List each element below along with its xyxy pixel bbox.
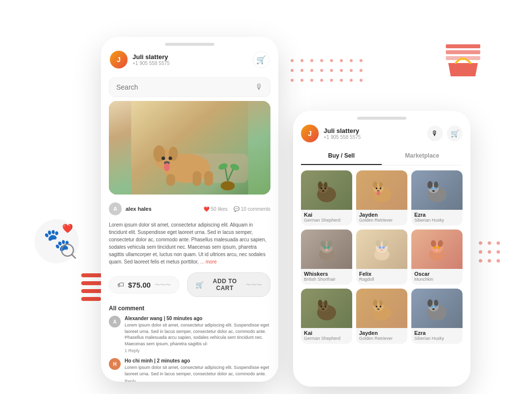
basket-decoration-icon	[443, 44, 483, 79]
svg-point-32	[322, 190, 324, 192]
pet-card-0[interactable]: Kai German Shepherd	[301, 170, 352, 226]
pet-name-3: Whiskers	[304, 271, 349, 277]
likes-stat: ❤️ 50 likes	[203, 206, 228, 212]
pet-card-8[interactable]: Ezra Siberian Husky	[411, 289, 463, 344]
comment-body-2: Ho chi minh | 2 minutes ago Lorem ipsum …	[125, 358, 270, 382]
svg-rect-20	[204, 171, 213, 186]
pet-image-5	[411, 230, 463, 269]
svg-point-75	[322, 308, 324, 310]
pet-name-5: Oscar	[414, 271, 460, 277]
comment-item-1: A Alexander wang | 50 minutes ago Lorem …	[109, 316, 270, 353]
post-description: Lorem ipsum dolor sit amet, consectetur …	[101, 219, 278, 267]
svg-rect-18	[166, 174, 175, 186]
user-phone-left: +1 905 558 5575	[133, 61, 169, 66]
comment-text-1: Lorem ipsum dolor sit amet, consectetur …	[125, 322, 270, 347]
svg-point-14	[162, 157, 165, 160]
pet-card-1[interactable]: Jayden Golden Retriever	[356, 170, 407, 226]
cart-btn-icon: 🛒	[196, 281, 204, 289]
cart-button-right[interactable]: 🛒	[447, 126, 463, 141]
commenter-name-2: Ho chi minh | 2 minutes ago	[125, 358, 270, 363]
pet-image-6	[301, 289, 352, 328]
pet-breed-5: Munchkin	[414, 277, 460, 282]
comment-avatar-1: A	[109, 316, 121, 328]
cart-button-left[interactable]: 🛒	[253, 51, 269, 68]
author-avatar: A	[109, 202, 122, 215]
svg-rect-0	[446, 44, 480, 48]
search-input-left[interactable]	[116, 83, 250, 91]
svg-point-79	[379, 300, 383, 306]
pet-card-info-4: Felix Ragdoll	[356, 269, 407, 285]
decorative-dots	[291, 59, 366, 86]
svg-point-78	[373, 300, 378, 307]
svg-rect-19	[193, 171, 201, 186]
svg-point-86	[434, 300, 438, 307]
pet-image-2	[411, 170, 463, 210]
right-phone-header: J Juli slattery +1 905 558 5575 🎙 🛒	[293, 111, 470, 147]
comments-section: All comment A Alexander wang | 50 minute…	[101, 302, 278, 382]
svg-point-31	[325, 188, 327, 190]
price-divider: 〜〜〜	[155, 281, 171, 289]
svg-point-67	[437, 246, 440, 249]
comments-title: All comment	[109, 305, 270, 312]
post-author: A alex hales	[109, 202, 152, 215]
svg-point-61	[380, 249, 383, 251]
pet-card-info-3: Whiskers British Shorthair	[301, 269, 352, 285]
pet-card-info-8: Ezra Siberian Husky	[411, 328, 463, 344]
read-more-link[interactable]: ... more	[200, 259, 217, 264]
pet-image-0	[301, 170, 352, 210]
cart-btn-divider: 〜〜〜	[246, 281, 262, 289]
left-phone-header: J Juli slattery +1 905 558 5575 🛒	[101, 37, 278, 73]
post-meta: A alex hales ❤️ 50 likes 💬 10 comments	[101, 198, 278, 219]
mic-icon-right: 🎙	[432, 130, 438, 137]
svg-point-15	[168, 157, 172, 160]
reply-link-1[interactable]: 1 Reply	[125, 348, 270, 353]
pet-name-4: Felix	[359, 271, 404, 277]
right-phone-mockup: J Juli slattery +1 905 558 5575 🎙 🛒 Buy …	[293, 111, 470, 387]
tab-marketplace[interactable]: Marketplace	[382, 147, 463, 165]
search-bar-left[interactable]: 🎙	[109, 77, 270, 97]
mic-button-right[interactable]: 🎙	[427, 126, 443, 141]
pets-grid: Kai German Shepherd Jayden Golden Retrie…	[293, 165, 470, 349]
pet-card-6[interactable]: Kai German Shepherd	[301, 289, 352, 344]
svg-point-60	[382, 246, 385, 249]
svg-point-17	[164, 163, 170, 171]
pet-card-info-6: Kai German Shepherd	[301, 328, 352, 344]
svg-point-72	[324, 300, 328, 306]
pet-breed-4: Ragdoll	[359, 277, 404, 282]
svg-point-88	[434, 305, 436, 307]
user-name-right: Juli slattery	[324, 127, 361, 134]
tab-buy-sell[interactable]: Buy / Sell	[301, 147, 382, 165]
user-text-right: Juli slattery +1 905 558 5575	[324, 127, 361, 140]
svg-point-74	[325, 306, 327, 308]
price-icon: 🏷	[117, 281, 124, 289]
svg-rect-1	[446, 50, 480, 54]
pet-card-4[interactable]: Felix Ragdoll	[356, 230, 407, 285]
user-info-right: J Juli slattery +1 905 558 5575	[301, 125, 361, 142]
svg-point-40	[377, 191, 380, 196]
svg-point-45	[431, 187, 432, 189]
pet-card-info-5: Oscar Munchkin	[411, 269, 463, 285]
svg-point-28	[318, 182, 323, 189]
pet-card-7[interactable]: Jayden Golden Retriever	[356, 289, 407, 344]
author-name: alex hales	[126, 206, 152, 212]
comments-stat: 💬 10 comments	[233, 206, 270, 212]
svg-point-44	[434, 182, 438, 189]
pet-name-2: Ezra	[414, 212, 460, 218]
svg-point-68	[435, 249, 438, 251]
mic-icon-left: 🎙	[255, 83, 263, 92]
dog-photo	[109, 101, 270, 195]
pet-image-1	[356, 170, 407, 210]
pet-card-2[interactable]: Ezra Siberian Husky	[411, 170, 463, 226]
comment-item-2: H Ho chi minh | 2 minutes ago Lorem ipsu…	[109, 358, 270, 382]
svg-point-66	[434, 246, 436, 249]
reply-link-2[interactable]: Reply	[125, 379, 270, 382]
svg-point-71	[318, 300, 323, 307]
add-to-cart-button[interactable]: 🛒 ADD TO CART 〜〜〜	[187, 272, 270, 297]
pet-name-8: Ezra	[414, 330, 460, 336]
pet-card-5[interactable]: Oscar Munchkin	[411, 230, 463, 285]
left-phone-mockup: J Juli slattery +1 905 558 5575 🛒 🎙	[101, 37, 278, 382]
svg-point-52	[324, 246, 326, 249]
pet-card-3[interactable]: Whiskers British Shorthair	[301, 230, 352, 285]
svg-point-37	[376, 188, 378, 190]
pet-breed-1: Golden Retriever	[359, 218, 404, 223]
